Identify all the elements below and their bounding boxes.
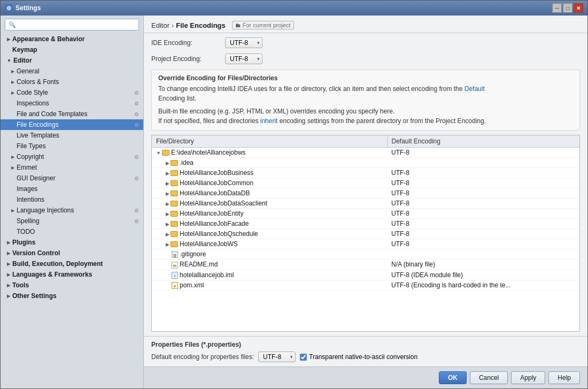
row-triangle-icon: ▶ [166,232,169,237]
properties-label: Default encoding for properties files: [151,353,254,361]
row-triangle-icon: ▶ [166,222,169,227]
settings-icon: ⚙ [134,122,139,128]
apply-button[interactable]: Apply [511,371,545,384]
folder-icon [171,231,178,237]
default-link[interactable]: Default [465,85,485,93]
table-row[interactable]: xpom.xmlUTF-8 (Encoding is hard-coded in… [152,280,579,290]
settings-icon: ⚙ [134,218,139,224]
file-table-container[interactable]: File/Directory Default Encoding ▼E:\idea… [151,135,580,332]
row-triangle-icon: ▶ [166,171,169,176]
sidebar-item-editor[interactable]: ▼ Editor [1,55,143,66]
triangle-icon: ▶ [7,262,10,266]
file-name: E:\idea\hotelAlliancejobws [171,149,245,156]
sidebar-item-live-templates[interactable]: ▶ Live Templates [1,130,143,141]
sidebar-item-other-settings[interactable]: ▶ Other Settings [1,291,143,301]
project-encoding-dropdown[interactable]: UTF-8 [225,54,262,64]
ide-encoding-dropdown[interactable]: UTF-8 [225,37,262,48]
encoding-value: UTF-8 [387,219,579,229]
table-row[interactable]: ▶HotelAllianceJobDataSoaclientUTF-8 [152,199,579,209]
search-box[interactable]: 🔍 [5,19,139,30]
table-row[interactable]: ▶HotelAllianceJobWSUTF-8 [152,239,579,249]
table-row[interactable]: ▶.idea [152,158,579,168]
table-row[interactable]: ▼E:\idea\hotelAlliancejobwsUTF-8 [152,148,579,158]
sidebar-item-tools[interactable]: ▶ Tools [1,280,143,291]
sidebar-item-appearance[interactable]: ▶ Appearance & Behavior [1,34,143,44]
sidebar-item-version-control[interactable]: ▶ Version Control [1,248,143,258]
sidebar-item-emmet[interactable]: ▶ Emmet [1,162,143,173]
sidebar-item-intentions[interactable]: ▶ Intentions [1,194,143,205]
sidebar-item-spelling[interactable]: ▶ Spelling ⚙ [1,216,143,226]
folder-icon [171,170,178,176]
properties-encoding-dropdown[interactable]: UTF-8 [258,352,296,362]
sidebar-item-todo[interactable]: ▶ TODO [1,226,143,237]
triangle-icon: ▶ [7,251,10,256]
sidebar-item-label: Other Settings [12,292,57,300]
table-row[interactable]: ▶HotelAllianceJobBusinessUTF-8 [152,168,579,178]
folder-icon [171,211,178,217]
sidebar-item-gui-designer[interactable]: ▶ GUI Designer ⚙ [1,173,143,184]
file-name: .idea [180,159,194,166]
sidebar-item-file-types[interactable]: ▶ File Types [1,141,143,151]
sidebar-item-code-style[interactable]: ▶ Code Style ⚙ [1,87,143,98]
table-row[interactable]: ▶HotelAllianceJobCommonUTF-8 [152,178,579,188]
table-row[interactable]: ▶HotelAllianceJobFacadeUTF-8 [152,219,579,229]
override-note: Built-in file encoding (e.g. JSP, HTML o… [158,106,573,126]
folder-icon [171,201,178,207]
sidebar-item-general[interactable]: ▶ General [1,66,143,77]
sidebar-item-images[interactable]: ▶ Images [1,184,143,194]
help-button[interactable]: Help [548,371,580,384]
triangle-icon: ▶ [11,123,14,127]
sidebar-item-languages-frameworks[interactable]: ▶ Languages & Frameworks [1,269,143,280]
minimize-button[interactable]: ─ [552,3,562,13]
sidebar-item-language-injections[interactable]: ▶ Language Injections ⚙ [1,205,143,216]
sidebar-item-colors-fonts[interactable]: ▶ Colors & Fonts [1,77,143,87]
sidebar-item-copyright[interactable]: ▶ Copyright ⚙ [1,151,143,162]
triangle-icon: ▶ [7,240,10,245]
table-row[interactable]: ▶HotelAllianceJobQscheduleUTF-8 [152,229,579,239]
triangle-icon: ▶ [11,144,14,149]
ide-encoding-label: IDE Encoding: [151,39,221,47]
folder-icon [171,241,178,247]
triangle-icon: ▼ [7,58,11,63]
settings-icon: ⚙ [134,90,139,96]
triangle-icon: ▶ [11,197,14,202]
triangle-icon: ▶ [11,101,14,106]
sidebar-item-file-code-templates[interactable]: ▶ File and Code Templates ⚙ [1,109,143,119]
triangle-icon: ▶ [7,48,10,52]
transparent-conversion-wrapper: Transparent native-to-ascii conversion [300,353,417,361]
sidebar-item-build-execution[interactable]: ▶ Build, Execution, Deployment [1,258,143,269]
search-input[interactable] [18,21,135,28]
folder-icon [171,221,178,227]
close-button[interactable]: ✕ [574,3,583,13]
breadcrumb-current: File Encodings [176,21,225,29]
encoding-value: N/A (binary file) [387,260,579,270]
table-row[interactable]: ▶HotelAllianceJobEntityUTF-8 [152,209,579,219]
ok-button[interactable]: OK [439,371,467,384]
sidebar-item-file-encodings[interactable]: ▶ File Encodings ⚙ [1,119,143,130]
maximize-button[interactable]: □ [563,3,572,13]
settings-icon: ⚙ [134,208,139,213]
table-row[interactable]: mREADME.mdN/A (binary file) [152,260,579,270]
row-triangle-icon: ▶ [166,201,169,207]
sidebar-item-label: File Types [17,142,45,150]
cancel-button[interactable]: Cancel [470,371,508,384]
settings-icon: ⚙ [134,111,139,117]
encoding-value [387,158,579,168]
file-name: HotelAllianceJobCommon [180,179,253,187]
folder-icon [171,180,178,186]
override-encoding-box: Override Encoding for Files/Directories … [151,70,580,131]
sidebar-item-label: Appearance & Behavior [12,35,84,43]
sidebar-item-inspections[interactable]: ▶ Inspections ⚙ [1,98,143,109]
triangle-icon: ▶ [7,37,10,42]
table-row[interactable]: g.gitignore [152,249,579,260]
sidebar-item-plugins[interactable]: ▶ Plugins [1,237,143,248]
row-triangle-icon: ▼ [156,150,161,156]
triangle-icon: ▶ [11,80,14,85]
table-row[interactable]: ihotelalliancejob.imlUTF-8 (IDEA module … [152,270,579,280]
project-tag-icon: 🖿 [235,22,241,28]
transparent-conversion-checkbox[interactable] [300,354,307,361]
file-table: File/Directory Default Encoding ▼E:\idea… [152,135,579,291]
sidebar-item-label: Live Templates [17,132,59,139]
sidebar-item-keymap[interactable]: ▶ Keymap [1,44,143,55]
table-row[interactable]: ▶HotelAllianceJobDataDBUTF-8 [152,188,579,199]
